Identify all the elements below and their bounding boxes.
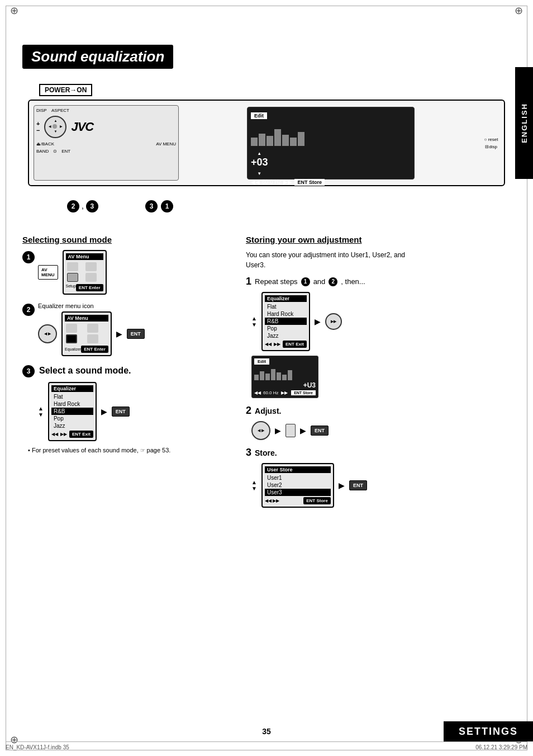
eq-bars	[251, 124, 411, 146]
step3-circle: 3	[22, 365, 35, 377]
power-label: POWER→ON	[39, 84, 92, 96]
user3-item: User3	[265, 489, 331, 496]
eq-item-flat: Flat	[51, 393, 93, 400]
settings-label: SETTINGS	[459, 726, 518, 738]
title-section: Sound equalization	[22, 45, 505, 69]
device-top-labels: DISP ASPECT	[36, 108, 176, 113]
av-menu-button: AVMENU	[38, 265, 58, 280]
storing-ctrl-circle: ◀ ▶	[251, 421, 270, 440]
step2-circle: 2	[22, 304, 35, 316]
ent-button-2: ENT	[127, 329, 145, 339]
av-menu-screen-1: AV Menu Setup ENT Enter	[63, 250, 107, 295]
up-down-arrows: ▲ ▼	[38, 405, 44, 418]
eq-item-hardrock: Hard Rock	[51, 400, 93, 408]
user-store-screen: User Store User1 User2 User3 ◀◀ ▶▶ ENT S…	[261, 463, 334, 508]
user2-item: User2	[265, 481, 331, 489]
jvc-logo: JVC	[71, 120, 93, 134]
step1-content: AVMENU AV Menu Setup ENT Ent	[38, 250, 235, 295]
equalizer-menu-label: Equalizer menu icon	[38, 303, 235, 309]
reg-mark-tr: ⊕	[515, 4, 523, 17]
ent-button-store3: ENT	[349, 480, 367, 490]
settings-bar: SETTINGS	[444, 721, 533, 741]
step2-content: Equalizer menu icon ◀ ▶ AV Menu	[38, 303, 235, 356]
bullet-text: For preset values of each sound mode, ☞ …	[22, 447, 235, 453]
step3-label: 3 Select a sound mode.	[22, 364, 235, 377]
eq-item-rb: R&B	[51, 408, 93, 415]
two-cols: Selecting sound mode 1 AVMENU AV Menu	[22, 235, 505, 508]
step3-wrapper: 3 Select a sound mode. ▲ ▼ Equalizer Fla…	[22, 364, 235, 441]
ff-button: ▶▶	[325, 313, 342, 330]
storing-step1: 1 Repeat steps 1 and 2 , then... ▲ ▼ Equ…	[246, 276, 505, 398]
device-right-panel: Edit +03	[247, 107, 415, 179]
col-right: Storing your own adjustment You can stor…	[246, 235, 505, 508]
storing-up-down: ▲ ▼	[251, 315, 257, 328]
repeat-text: Repeat steps	[255, 277, 298, 286]
volume-knob	[285, 424, 296, 437]
eq-item-pop: Pop	[51, 415, 93, 422]
footer-left: EN_KD-AVX11J-f.indb 35	[6, 744, 69, 750]
step-indicators-left: 2 , 3	[67, 199, 98, 212]
english-sidebar: ENGLISH	[515, 67, 533, 179]
selecting-sound-title: Selecting sound mode	[22, 235, 235, 244]
eq-menu-screen: Equalizer Flat Hard Rock R&B Pop Jazz ◀◀…	[48, 382, 97, 441]
page-number: 35	[262, 727, 271, 736]
storing-step3: 3 Store. ▲ ▼ User Store User1 User2 User…	[246, 447, 505, 508]
english-label: ENGLISH	[520, 103, 529, 143]
nav-circle: ▲ ◀ ▶ ▼	[44, 116, 66, 138]
edit-label: Edit	[251, 112, 267, 119]
main-content: POWER→ON DISP ASPECT + − ▲	[22, 73, 505, 508]
av-menu-screen-2: AV Menu Equalizer ENT Enter	[61, 311, 112, 356]
store-btn: ENT Store	[294, 179, 325, 186]
equalizer-sub-label: Equalizer	[65, 347, 81, 351]
ent-button-store2: ENT	[311, 426, 329, 436]
step1-container: 1 AVMENU AV Menu	[22, 250, 235, 295]
page-title: Sound equalization	[22, 45, 173, 69]
step2-container: 2 Equalizer menu icon ◀ ▶ AV Menu	[22, 303, 235, 356]
storing-eq-screen: Equalizer Flat Hard Rock R&B Pop Jazz ◀◀…	[261, 292, 310, 351]
footer-bar: EN_KD-AVX11J-f.indb 35 06.12.21 3:29:29 …	[6, 741, 527, 750]
storing-step2: 2 Adjust. ◀ ▶ ▶ ▶ ENT	[246, 405, 505, 440]
ctrl-circle-2: ◀ ▶	[38, 324, 57, 343]
ent-button-3: ENT	[112, 407, 130, 417]
storing-step3-arrows: ▲ ▼	[251, 479, 257, 492]
device-diagram: POWER→ON DISP ASPECT + − ▲	[22, 84, 505, 196]
reg-mark-tl: ⊕	[10, 4, 18, 17]
col-left: Selecting sound mode 1 AVMENU AV Menu	[22, 235, 235, 508]
footer-right: 06.12.21 3:29:29 PM	[475, 744, 527, 750]
user1-item: User1	[265, 474, 331, 481]
eq-item-jazz: Jazz	[51, 422, 93, 429]
freq-display: ◀◀ 60.0 Hz ▶▶ ENT Store	[251, 179, 411, 186]
step-indicators-right: 3 1	[145, 199, 173, 212]
edit-mini-screen: Edit +U3 ◀◀ 60.0	[251, 356, 318, 398]
device-body: DISP ASPECT + − ▲ ◀ ▶ ▼	[28, 100, 505, 186]
storing-title: Storing your own adjustment	[246, 235, 505, 244]
storing-desc: You can store your adjustment into User1…	[246, 250, 505, 270]
step1-circle: 1	[22, 251, 35, 263]
device-left-panel: DISP ASPECT + − ▲ ◀ ▶ ▼	[34, 105, 179, 181]
